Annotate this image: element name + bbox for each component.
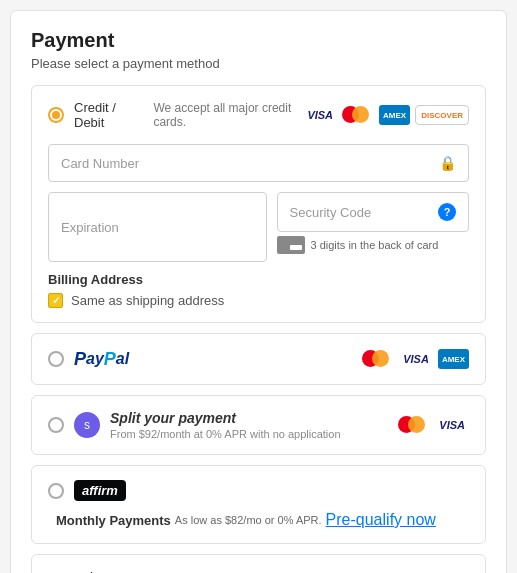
card-number-row: 🔒 [48,144,469,182]
credit-debit-header: Credit / Debit We accept all major credi… [48,100,469,130]
credit-card-logos: VISA AMEX DISCOVER [303,104,469,126]
paypal-header: P ay P al VISA AMEX [48,348,469,370]
security-code-field[interactable]: ? [277,192,470,232]
mc-right [352,106,369,123]
expiration-field[interactable] [48,192,267,262]
affirm-logo: affirm [74,480,126,501]
security-hint: 3 digits in the back of card [277,236,470,254]
page-title: Payment [31,29,486,52]
paypal-option: P ay P al VISA AMEX [31,333,486,385]
mc-right3 [408,416,425,433]
paypal-p2: P [104,349,116,370]
expiration-input[interactable] [61,220,254,235]
affirm-text-block: Monthly Payments As low as $82/mo or 0% … [56,511,436,529]
billing-title: Billing Address [48,272,469,287]
splitit-option: s Split your payment From $92/month at 0… [31,395,486,455]
paypal-text2: al [116,350,129,368]
lock-icon: 🔒 [439,155,456,171]
paypal-left: P ay P al [48,349,129,370]
amex-logo: AMEX [379,105,410,125]
splitit-header: s Split your payment From $92/month at 0… [48,410,469,440]
splitit-icon: s [74,412,100,438]
affirm-label-row: Monthly Payments As low as $82/mo or 0% … [56,511,436,529]
affirm-label: Monthly Payments [56,513,171,528]
page-subtitle: Please select a payment method [31,56,486,71]
billing-section: Billing Address Same as shipping address [48,272,469,308]
affirm-sub: As low as $82/mo or 0% APR. [175,514,322,526]
paypal-mastercard-logo [362,349,394,369]
payment-container: Payment Please select a payment method C… [10,10,507,573]
paypal-text: ay [86,350,104,368]
paypal-radio[interactable] [48,351,64,367]
paypal-logo: P ay P al [74,349,129,370]
help-icon: ? [438,203,456,221]
security-code-input[interactable] [290,205,439,220]
acima-option: acima Leasing The No Credit Option [31,554,486,573]
affirm-left: affirm Monthly Payments As low as $82/mo… [48,480,469,529]
splitit-text-block: Split your payment From $92/month at 0% … [110,410,341,440]
acima-header: acima Leasing The No Credit Option [48,569,469,573]
expiry-security-row: ? 3 digits in the back of card [48,192,469,262]
splitit-left: s Split your payment From $92/month at 0… [48,410,341,440]
affirm-radio[interactable] [48,483,64,499]
splitit-sublabel: From $92/month at 0% APR with no applica… [110,428,341,440]
discover-logo: DISCOVER [415,105,469,125]
credit-debit-radio[interactable] [48,107,64,123]
paypal-p1: P [74,349,86,370]
affirm-prequalify-link[interactable]: Pre-qualify now [326,511,436,529]
splitit-visa-logo: VISA [435,414,469,436]
same-as-shipping-checkbox[interactable] [48,293,63,308]
security-col: ? 3 digits in the back of card [277,192,470,262]
splitit-mastercard-logo [398,415,430,435]
card-back-icon [277,236,305,254]
same-as-shipping-row: Same as shipping address [48,293,469,308]
credit-debit-option: Credit / Debit We accept all major credi… [31,85,486,323]
same-as-shipping-label: Same as shipping address [71,293,224,308]
credit-debit-left: Credit / Debit We accept all major credi… [48,100,303,130]
acima-logo-block: acima Leasing [74,569,120,573]
card-form: 🔒 ? 3 digits in the back of card [48,144,469,308]
mastercard-logo [342,105,374,125]
mc-right2 [372,350,389,367]
affirm-header: affirm Monthly Payments As low as $82/mo… [48,480,469,529]
paypal-visa-logo: VISA [399,348,433,370]
paypal-card-logos: VISA AMEX [362,348,469,370]
card-number-field[interactable]: 🔒 [48,144,469,182]
credit-debit-label: Credit / Debit [74,100,139,130]
paypal-amex-logo: AMEX [438,349,469,369]
splitit-card-logos: VISA [398,414,469,436]
visa-logo: VISA [303,104,337,126]
acima-left: acima Leasing The No Credit Option [48,569,261,573]
card-number-input[interactable] [61,156,439,171]
splitit-label: Split your payment [110,410,341,426]
affirm-option: affirm Monthly Payments As low as $82/mo… [31,465,486,544]
splitit-radio[interactable] [48,417,64,433]
credit-debit-sublabel: We accept all major credit cards. [153,101,303,129]
